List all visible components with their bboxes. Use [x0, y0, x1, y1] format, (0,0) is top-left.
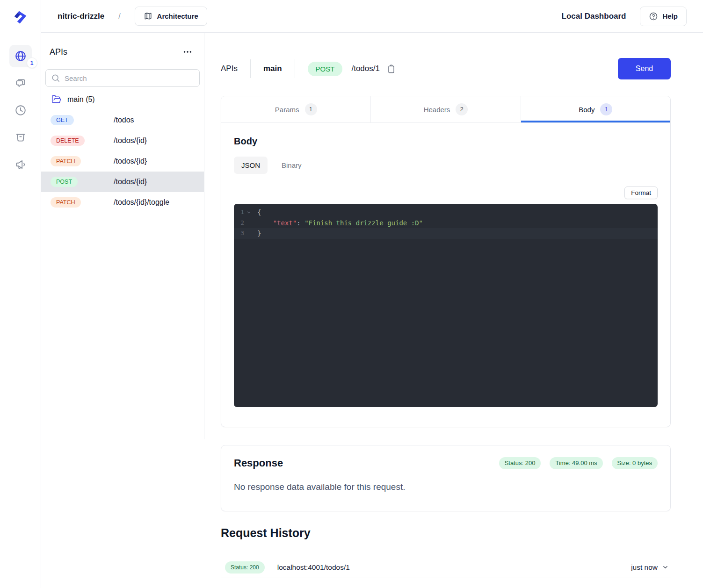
line-number: 1 [234, 207, 244, 218]
project-name: nitric-drizzle [58, 12, 104, 21]
history-url: localhost:4001/todos/1 [277, 563, 350, 572]
api-selector[interactable]: main [263, 64, 282, 73]
code-token: : [297, 218, 304, 229]
body-mode-binary[interactable]: Binary [282, 161, 302, 169]
nav-apis-button[interactable]: 1 [9, 45, 32, 67]
sidebar-menu-button[interactable] [181, 45, 195, 59]
endpoint-path: /todos/{id} [114, 178, 147, 186]
clock-icon [14, 104, 27, 116]
tab-list: Params 1 Headers 2 Body 1 [221, 96, 670, 123]
tab-body-count: 1 [600, 103, 612, 115]
bucket-icon [14, 131, 27, 143]
apis-sidebar: APIs [41, 33, 204, 439]
request-editor-card: Params 1 Headers 2 Body 1 Body JS [221, 96, 671, 427]
tab-body-label: Body [579, 106, 594, 114]
endpoint-path: /todos [114, 116, 134, 124]
endpoint-row-patch-todo[interactable]: PATCH /todos/{id} [41, 151, 204, 172]
dashboard-title: Local Dashboard [562, 12, 626, 21]
apis-count-badge: 1 [27, 57, 37, 68]
response-empty-message: No response data available for this requ… [234, 482, 658, 492]
copy-path-button[interactable] [386, 63, 397, 75]
tab-headers[interactable]: Headers 2 [370, 96, 520, 122]
tab-headers-label: Headers [424, 106, 450, 114]
endpoint-row-post-todo[interactable]: POST /todos/{id} [41, 172, 204, 192]
chat-bubbles-icon [14, 77, 27, 89]
request-history-title: Request History [221, 526, 671, 540]
body-title: Body [234, 136, 658, 147]
method-badge: PATCH [51, 156, 81, 167]
response-card: Response Status: 200 Time: 49.00 ms Size… [221, 445, 671, 511]
code-token: "Finish this drizzle guide :D" [304, 218, 423, 229]
tab-params-count: 1 [305, 103, 317, 115]
help-label: Help [662, 12, 678, 20]
nav-topics-button[interactable] [9, 72, 32, 94]
chevron-down-icon[interactable] [662, 564, 669, 571]
response-title: Response [234, 457, 283, 469]
endpoint-path: /todos/{id} [114, 157, 147, 165]
method-badge: PATCH [51, 197, 81, 208]
tab-body[interactable]: Body 1 [521, 96, 670, 122]
map-icon [144, 12, 152, 21]
nitric-logo [11, 7, 30, 26]
top-bar: nitric-drizzle / Architecture Local Dash… [41, 0, 703, 33]
body-panel: Body JSON Binary Format 1 [221, 123, 670, 427]
code-token: } [257, 228, 261, 239]
request-group-label: APIs [221, 64, 238, 73]
nav-schedules-button[interactable] [9, 99, 32, 122]
body-mode-json[interactable]: JSON [234, 157, 268, 174]
method-badge: POST [51, 177, 78, 187]
nav-websockets-button[interactable] [9, 153, 32, 176]
endpoint-row-delete-todo[interactable]: DELETE /todos/{id} [41, 130, 204, 151]
divider [295, 59, 295, 78]
send-button[interactable]: Send [618, 58, 671, 79]
sidebar-title: APIs [45, 47, 67, 57]
response-size-badge: Size: 0 bytes [612, 457, 658, 469]
tab-params-label: Params [275, 106, 299, 114]
question-circle-icon [649, 12, 658, 21]
format-button[interactable]: Format [624, 186, 658, 199]
endpoint-row-patch-toggle[interactable]: PATCH /todos/{id}/toggle [41, 192, 204, 213]
method-badge: GET [51, 115, 74, 126]
icon-rail: 1 [0, 0, 41, 588]
clipboard-icon [387, 64, 396, 74]
nav-storage-button[interactable] [9, 126, 32, 149]
line-number: 2 [234, 218, 244, 229]
response-status-badge: Status: 200 [499, 457, 541, 469]
fold-chevron-icon[interactable] [244, 210, 254, 215]
line-number: 3 [234, 228, 244, 239]
endpoint-path: /todos/{id}/toggle [114, 198, 169, 207]
tab-headers-count: 2 [456, 103, 468, 115]
method-badge: DELETE [51, 136, 85, 146]
globe-icon [14, 50, 27, 62]
architecture-button[interactable]: Architecture [135, 7, 207, 26]
json-body-editor[interactable]: 1 { 2 "text [234, 204, 658, 407]
ellipsis-icon [182, 47, 193, 57]
endpoint-row-get-todos[interactable]: GET /todos [41, 110, 204, 130]
request-method-badge: POST [308, 62, 343, 76]
api-group-label: main (5) [67, 95, 95, 104]
code-line: 1 { [234, 207, 658, 218]
history-timestamp: just now [631, 563, 658, 572]
main-content: APIs main POST /todos/1 Send [204, 33, 703, 588]
request-bar: APIs main POST /todos/1 Send [221, 58, 671, 79]
search-icon [51, 73, 60, 83]
folder-open-icon [51, 94, 61, 104]
breadcrumb-separator: / [118, 12, 120, 21]
endpoint-path: /todos/{id} [114, 136, 147, 145]
history-item[interactable]: Status: 200 localhost:4001/todos/1 just … [221, 557, 671, 578]
help-button[interactable]: Help [640, 7, 687, 26]
code-token: { [257, 207, 261, 218]
divider [250, 59, 251, 78]
code-token: "text" [273, 218, 297, 229]
response-time-badge: Time: 49.00 ms [550, 457, 602, 469]
search-input[interactable] [45, 69, 200, 87]
architecture-label: Architecture [157, 12, 198, 20]
megaphone-icon [14, 158, 27, 171]
tab-params[interactable]: Params 1 [221, 96, 370, 122]
request-path: /todos/1 [351, 64, 380, 73]
code-line-active: 3 } [234, 228, 658, 239]
history-status-badge: Status: 200 [225, 561, 265, 574]
api-group-row[interactable]: main (5) [41, 87, 204, 110]
code-line: 2 "text": "Finish this drizzle guide :D" [234, 218, 658, 229]
